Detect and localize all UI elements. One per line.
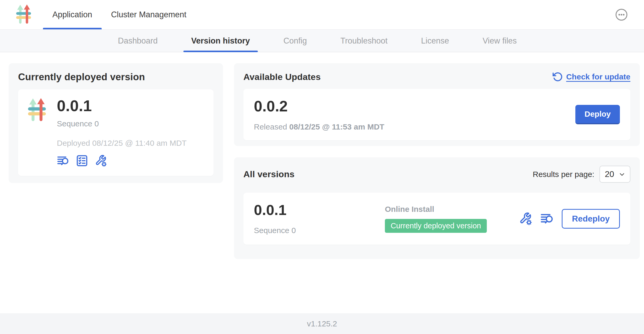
app-header: Application Cluster Management: [0, 0, 644, 30]
row-view-logs-button[interactable]: [540, 212, 554, 225]
currently-deployed-panel: Currently deployed version 0.0.1 Sequenc…: [9, 63, 223, 183]
preflight-checks-button[interactable]: [76, 154, 88, 167]
subnav-tab-version-history[interactable]: Version history: [174, 30, 267, 52]
app-logo-icon: [28, 98, 46, 123]
results-per-page-value: 20: [605, 169, 614, 179]
subnav-tab-dashboard-label: Dashboard: [118, 36, 158, 46]
all-versions-header: All versions Results per page: 20: [243, 166, 630, 183]
logs-icon: [540, 212, 554, 225]
released-label: Released: [254, 122, 287, 131]
subnav-tab-troubleshoot[interactable]: Troubleshoot: [324, 30, 404, 52]
update-version-number: 0.0.2: [254, 98, 384, 115]
results-per-page: Results per page: 20: [533, 166, 630, 183]
edit-config-button[interactable]: [95, 154, 107, 167]
chevron-down-icon: [619, 171, 625, 177]
currently-deployed-title: Currently deployed version: [18, 72, 214, 83]
released-timestamp: 08/12/25 @ 11:53 am MDT: [289, 122, 384, 131]
subnav-tab-version-history-label: Version history: [191, 36, 250, 46]
deployed-app-logo: [28, 98, 46, 168]
install-type: Online Install: [385, 205, 487, 214]
refresh-icon: [552, 72, 563, 82]
tab-cluster-management[interactable]: Cluster Management: [102, 0, 196, 29]
available-updates-panel: Available Updates Check for update 0.0.2…: [234, 63, 640, 146]
version-row-actions: Redeploy: [519, 209, 620, 229]
view-logs-button[interactable]: [57, 154, 69, 167]
update-card: 0.0.2 Released 08/12/25 @ 11:53 am MDT D…: [243, 89, 630, 140]
deployed-sequence: Sequence 0: [57, 119, 187, 128]
deployed-timestamp: Deployed 08/12/25 @ 11:40 am MDT: [57, 139, 187, 148]
subnav-tab-view-files[interactable]: View files: [466, 30, 533, 52]
currently-deployed-badge: Currently deployed version: [385, 219, 487, 233]
subnav-tab-troubleshoot-label: Troubleshoot: [340, 36, 388, 46]
deployed-version-number: 0.0.1: [57, 97, 187, 115]
wrench-gear-icon: [519, 212, 532, 225]
subnav-tab-view-files-label: View files: [483, 36, 517, 46]
version-row-info: 0.0.1 Sequence 0: [254, 202, 385, 235]
subnav-tab-config-label: Config: [283, 36, 307, 46]
redeploy-button[interactable]: Redeploy: [562, 209, 620, 229]
all-versions-title: All versions: [243, 169, 294, 179]
app-footer: v1.125.2: [0, 313, 644, 334]
tab-application-label: Application: [52, 10, 92, 19]
subnav-tab-license-label: License: [421, 36, 449, 46]
main-content: Currently deployed version 0.0.1 Sequenc…: [0, 52, 644, 313]
available-updates-title: Available Updates: [243, 72, 321, 82]
app-logo-icon: [16, 4, 31, 25]
row-version-number: 0.0.1: [254, 202, 385, 218]
results-per-page-select[interactable]: 20: [599, 166, 630, 183]
version-row: 0.0.1 Sequence 0 Online Install Currentl…: [243, 193, 630, 245]
top-nav: Application Cluster Management: [43, 0, 196, 29]
right-column: Available Updates Check for update 0.0.2…: [234, 63, 640, 259]
row-edit-config-button[interactable]: [519, 212, 532, 225]
deployed-version-info: 0.0.1 Sequence 0 Deployed 08/12/25 @ 11:…: [57, 97, 187, 168]
version-row-status: Online Install Currently deployed versio…: [385, 205, 487, 233]
overflow-menu-button[interactable]: [615, 8, 628, 21]
app-subnav: Dashboard Version history Config Trouble…: [0, 30, 644, 52]
logs-icon: [57, 154, 69, 167]
row-sequence: Sequence 0: [254, 226, 385, 235]
wrench-gear-icon: [95, 154, 107, 167]
all-versions-panel: All versions Results per page: 20 0.0.1 …: [234, 157, 640, 259]
deployed-actions: [57, 154, 187, 167]
deployed-version-card: 0.0.1 Sequence 0 Deployed 08/12/25 @ 11:…: [18, 89, 214, 176]
subnav-tab-dashboard[interactable]: Dashboard: [101, 30, 174, 52]
subnav-tab-config[interactable]: Config: [267, 30, 324, 52]
tab-application[interactable]: Application: [43, 0, 102, 29]
available-updates-header: Available Updates Check for update: [243, 72, 630, 82]
preflight-checklist-icon: [76, 154, 88, 167]
ellipsis-icon: [615, 8, 628, 21]
app-logo: [16, 0, 31, 29]
update-info: 0.0.2 Released 08/12/25 @ 11:53 am MDT: [254, 98, 384, 131]
subnav-tab-license[interactable]: License: [404, 30, 466, 52]
check-for-update-link[interactable]: Check for update: [552, 72, 630, 82]
tab-cluster-management-label: Cluster Management: [111, 10, 187, 19]
check-for-update-label: Check for update: [566, 72, 630, 81]
deploy-button[interactable]: Deploy: [575, 105, 620, 124]
update-released-line: Released 08/12/25 @ 11:53 am MDT: [254, 122, 384, 131]
console-version: v1.125.2: [307, 319, 337, 328]
results-per-page-label: Results per page:: [533, 170, 594, 179]
